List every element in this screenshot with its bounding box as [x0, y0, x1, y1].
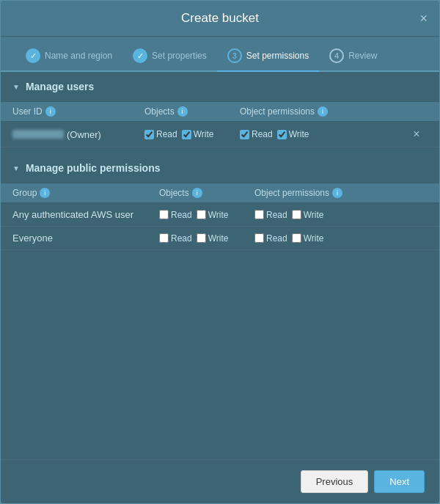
users-table-header: User ID i Objects i Object permissions i — [1, 101, 439, 122]
aws-permissions-read-checkbox[interactable] — [254, 210, 264, 219]
wizard-steps: ✓ Name and region ✓ Set properties 3 Set… — [1, 37, 439, 72]
step-review[interactable]: 4 Review — [319, 44, 387, 70]
group-info-icon[interactable]: i — [40, 188, 50, 198]
step-label-1: Name and region — [45, 51, 112, 61]
everyone-objects-write-checkbox[interactable] — [197, 233, 206, 243]
aws-objects-read-checkbox[interactable] — [159, 210, 169, 219]
everyone-permissions-read-label[interactable]: Read — [254, 233, 287, 244]
next-button[interactable]: Next — [374, 470, 425, 493]
permissions-checkboxes-user: Read Write — [240, 129, 406, 139]
objects-info-icon-public[interactable]: i — [192, 188, 202, 198]
everyone-permissions-write-label[interactable]: Write — [292, 233, 324, 244]
aws-permissions-write-checkbox[interactable] — [292, 210, 301, 219]
aws-permissions-write-label[interactable]: Write — [292, 210, 324, 220]
aws-permissions-read-label[interactable]: Read — [254, 210, 287, 220]
step-set-permissions[interactable]: 3 Set permissions — [217, 44, 319, 72]
modal-header: Create bucket × — [1, 1, 439, 37]
create-bucket-modal: Create bucket × ✓ Name and region ✓ Set … — [1, 1, 439, 503]
everyone-permissions-read-checkbox[interactable] — [254, 233, 264, 243]
step-label-4: Review — [348, 51, 377, 61]
everyone-objects-read-label[interactable]: Read — [159, 233, 192, 244]
close-button[interactable]: × — [419, 12, 428, 25]
manage-users-content: User ID i Objects i Object permissions i — [1, 101, 439, 147]
manage-users-section: ▼ Manage users User ID i Objects i Objec… — [1, 72, 439, 147]
everyone-row: Everyone Read Write — [1, 227, 439, 250]
step-icon-2: ✓ — [133, 48, 147, 63]
aws-user-row: Any authenticated AWS user Read Write — [1, 203, 439, 227]
step-icon-4: 4 — [329, 48, 344, 63]
public-table-header: Group i Objects i Object permissions i — [1, 183, 439, 203]
step-name-region[interactable]: ✓ Name and region — [15, 44, 122, 70]
manage-public-section: ▼ Manage public permissions Group i Obje… — [1, 153, 439, 250]
objects-checkboxes-aws: Read Write — [159, 210, 254, 220]
previous-button[interactable]: Previous — [301, 470, 369, 493]
manage-public-label: Manage public permissions — [26, 162, 161, 174]
aws-objects-write-label[interactable]: Write — [197, 210, 229, 220]
step-label-2: Set properties — [152, 51, 207, 61]
step-set-properties[interactable]: ✓ Set properties — [122, 44, 217, 70]
permissions-read-checkbox-user[interactable] — [240, 130, 249, 139]
permissions-checkboxes-aws: Read Write — [254, 210, 428, 220]
user-id-info-icon[interactable]: i — [45, 106, 56, 117]
everyone-group-label: Everyone — [12, 233, 159, 244]
everyone-objects-write-label[interactable]: Write — [197, 233, 229, 244]
aws-user-group-label: Any authenticated AWS user — [12, 209, 159, 220]
aws-objects-write-checkbox[interactable] — [197, 210, 206, 219]
objects-info-icon-users[interactable]: i — [177, 106, 188, 117]
permissions-write-label-user[interactable]: Write — [277, 129, 309, 139]
manage-users-header[interactable]: ▼ Manage users — [1, 72, 439, 101]
everyone-objects-read-checkbox[interactable] — [159, 233, 169, 243]
modal-title: Create bucket — [181, 11, 259, 26]
group-col-header: Group i — [12, 188, 159, 198]
permissions-read-label-user[interactable]: Read — [240, 129, 273, 139]
manage-users-label: Manage users — [26, 81, 94, 92]
obj-permissions-col-header-public: Object permissions i — [254, 188, 428, 198]
user-id-cell: (Owner) — [12, 129, 144, 140]
modal-footer: Previous Next — [1, 459, 439, 503]
user-id-blurred — [12, 130, 64, 139]
collapse-arrow-public: ▼ — [12, 164, 20, 172]
everyone-permissions-write-checkbox[interactable] — [292, 233, 301, 243]
remove-user-button[interactable]: × — [406, 128, 428, 141]
step-icon-3: 3 — [227, 48, 242, 63]
user-id-col-header: User ID i — [12, 106, 144, 117]
step-label-3: Set permissions — [246, 51, 309, 61]
obj-permissions-info-icon-public[interactable]: i — [332, 188, 342, 198]
objects-read-checkbox-user[interactable] — [144, 130, 154, 139]
objects-checkboxes-everyone: Read Write — [159, 233, 254, 244]
aws-objects-read-label[interactable]: Read — [159, 210, 192, 220]
obj-permissions-info-icon-users[interactable]: i — [318, 106, 328, 117]
obj-permissions-col-header-users: Object permissions i — [240, 106, 406, 117]
objects-checkboxes-user: Read Write — [144, 129, 240, 139]
user-row: (Owner) Read Write — [1, 122, 439, 147]
permissions-write-checkbox-user[interactable] — [277, 130, 287, 139]
step-icon-1: ✓ — [26, 48, 40, 63]
objects-col-header-public: Objects i — [159, 188, 254, 198]
objects-write-label-user[interactable]: Write — [182, 129, 214, 139]
owner-label: (Owner) — [67, 129, 101, 140]
objects-read-label-user[interactable]: Read — [144, 129, 177, 139]
manage-public-content: Group i Objects i Object permissions i A… — [1, 183, 439, 250]
permissions-checkboxes-everyone: Read Write — [254, 233, 428, 244]
objects-write-checkbox-user[interactable] — [182, 130, 191, 139]
modal-body: ▼ Manage users User ID i Objects i Objec… — [1, 72, 439, 459]
manage-public-header[interactable]: ▼ Manage public permissions — [1, 153, 439, 183]
collapse-arrow-users: ▼ — [12, 83, 20, 91]
objects-col-header-users: Objects i — [144, 106, 240, 117]
